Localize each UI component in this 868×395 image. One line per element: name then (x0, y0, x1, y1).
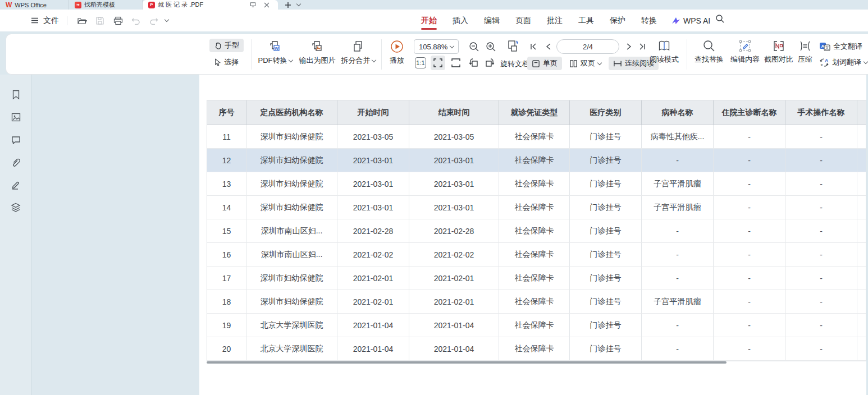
actual-size-icon[interactable]: 1:1 (415, 57, 426, 68)
comment-icon[interactable] (10, 134, 21, 145)
table-row[interactable]: 14深圳市妇幼保健院2021-03-012021-03-01社会保障卡门诊挂号子… (207, 196, 866, 219)
chevron-down-icon[interactable] (165, 17, 169, 22)
table-cell: - (642, 243, 714, 266)
screenshot-compare-button[interactable]: 截图对比 (762, 39, 796, 65)
double-page-button[interactable]: 双页 (565, 57, 606, 70)
read-mode-button[interactable]: 阅读模式 (646, 39, 682, 65)
compress-button[interactable]: 压缩 (792, 39, 818, 65)
bookmark-icon[interactable] (10, 89, 21, 100)
table-cell-sliver (857, 125, 866, 148)
export-image-button[interactable]: 输出为图片 (297, 39, 337, 66)
tab-list-chevron-icon[interactable] (296, 2, 301, 6)
pdf-convert-button[interactable]: W PDF转换 (255, 39, 295, 66)
table-row[interactable]: 13深圳市妇幼保健院2021-03-012021-03-01社会保障卡门诊挂号子… (207, 172, 866, 196)
table-cell: 子宫平滑肌瘤 (642, 196, 714, 219)
menu-edit[interactable]: 编辑 (476, 10, 508, 31)
rotate-right-icon[interactable] (482, 56, 497, 70)
column-header: 病种名称 (642, 100, 714, 125)
table-row[interactable]: 18深圳市妇幼保健院2021-02-012021-02-01社会保障卡门诊挂号子… (207, 290, 866, 314)
column-header: 医疗类别 (570, 100, 642, 125)
zoom-out-icon[interactable] (467, 39, 481, 54)
menu-protect[interactable]: 保护 (602, 10, 633, 31)
table-row[interactable]: 19北京大学深圳医院2021-01-042021-01-04社会保障卡门诊挂号-… (207, 314, 866, 337)
wps-pdf-window: W WPS Office ❧ 找稻壳模板 P 就 医 记 录 .PDF (0, 0, 868, 395)
redo-icon[interactable] (147, 14, 161, 27)
table-cell: 社会保障卡 (499, 196, 570, 219)
signature-icon[interactable] (10, 179, 21, 190)
screenshot-compare-icon (772, 39, 785, 53)
table-row[interactable]: 11深圳市妇幼保健院2021-03-052021-03-05社会保障卡门诊挂号病… (207, 125, 866, 149)
zoom-in-icon[interactable] (483, 39, 498, 54)
table-cell: 2021-03-01 (409, 149, 499, 172)
fit-width-icon[interactable] (431, 56, 445, 70)
hamburger-icon[interactable] (31, 17, 39, 24)
table-cell: - (642, 149, 714, 172)
next-page-icon[interactable] (623, 40, 635, 53)
undo-icon[interactable] (129, 14, 143, 27)
prev-page-icon[interactable] (542, 40, 554, 53)
menu-annotate[interactable]: 批注 (539, 10, 570, 31)
word-translate-button[interactable]: x A 划词翻译 (819, 57, 867, 67)
edit-content-button[interactable]: 编辑内容 (727, 39, 763, 65)
tab-document-pdf[interactable]: P 就 医 记 录 .PDF (143, 0, 278, 10)
medical-records-table: 序号 定点医药机构名称 开始时间 结束时间 就诊凭证类型 医疗类别 病种名称 住… (207, 100, 866, 361)
save-icon[interactable] (93, 14, 107, 27)
menu-page[interactable]: 页面 (508, 10, 539, 31)
read-mode-icon (657, 39, 671, 53)
table-cell: 门诊挂号 (570, 290, 642, 313)
page-number-input[interactable]: 2/4 (556, 39, 619, 54)
menu-insert[interactable]: 插入 (445, 10, 476, 31)
rotate-pages-icon[interactable] (506, 39, 520, 53)
table-cell: 社会保障卡 (499, 314, 570, 337)
rotate-doc-label[interactable]: 旋转文档 (500, 59, 529, 69)
table-row[interactable]: 17深圳市妇幼保健院2021-02-012021-02-01社会保障卡门诊挂号-… (207, 267, 866, 290)
select-tool-button[interactable]: 选择 (209, 56, 243, 69)
table-row[interactable]: 15深圳市南山区妇...2021-02-282021-02-28社会保障卡门诊挂… (207, 219, 866, 243)
full-translate-button[interactable]: A 文 全文翻译 (819, 42, 862, 52)
chevron-down-icon (288, 57, 293, 62)
close-icon[interactable] (261, 2, 272, 8)
new-tab-plus-icon[interactable] (285, 2, 291, 8)
zoom-level-select[interactable]: 105.88% (414, 39, 459, 54)
table-cell: 门诊挂号 (570, 314, 642, 337)
image-icon[interactable] (10, 112, 21, 123)
docer-icon: ❧ (75, 2, 81, 8)
folder-open-icon[interactable] (75, 14, 89, 27)
table-horizontal-scrollbar[interactable] (207, 361, 727, 364)
table-cell: 深圳市妇幼保健院 (246, 196, 337, 219)
find-replace-button[interactable]: 查找替换 (691, 39, 727, 65)
menu-convert[interactable]: 转换 (633, 10, 665, 31)
rotate-left-icon[interactable] (467, 56, 481, 70)
print-icon[interactable] (111, 14, 125, 27)
table-row[interactable]: 16深圳市南山区妇...2021-02-022021-02-02社会保障卡门诊挂… (207, 243, 866, 267)
table-cell: - (785, 149, 857, 172)
edit-content-icon (738, 39, 752, 53)
table-cell: - (714, 290, 785, 313)
play-button[interactable]: 播放 (383, 39, 410, 66)
wps-ai-button[interactable]: WPS AI (665, 16, 717, 25)
layers-icon[interactable] (10, 201, 21, 213)
attachment-icon[interactable] (10, 157, 21, 168)
search-icon[interactable] (715, 14, 725, 24)
column-header: 定点医药机构名称 (246, 100, 337, 125)
play-icon (390, 39, 404, 54)
hand-tool-button[interactable]: 手型 (209, 39, 244, 52)
fit-page-icon[interactable] (449, 56, 463, 70)
tab-wps-office[interactable]: W WPS Office (0, 0, 69, 10)
tab-docer-templates[interactable]: ❧ 找稻壳模板 (69, 0, 143, 10)
menu-tools[interactable]: 工具 (570, 10, 602, 31)
table-cell: - (714, 337, 785, 360)
table-row[interactable]: 12深圳市妇幼保健院2021-03-012021-03-01社会保障卡门诊挂号-… (207, 149, 866, 172)
table-cell-sliver (857, 337, 866, 360)
menu-home[interactable]: 开始 (413, 10, 445, 31)
table-row[interactable]: 20北京大学深圳医院2021-01-042021-01-04社会保障卡门诊挂号-… (207, 337, 866, 361)
first-page-icon[interactable] (527, 40, 540, 53)
file-menu[interactable]: 文件 (43, 16, 59, 26)
hand-icon (214, 42, 222, 49)
svg-text:A: A (825, 58, 828, 63)
column-header: 手术操作名称 (785, 100, 857, 125)
window-icon[interactable] (247, 2, 258, 8)
tab-bar: W WPS Office ❧ 找稻壳模板 P 就 医 记 录 .PDF (0, 0, 868, 10)
single-page-button[interactable]: 单页 (527, 57, 562, 70)
split-merge-button[interactable]: 拆分合并 (339, 39, 378, 66)
